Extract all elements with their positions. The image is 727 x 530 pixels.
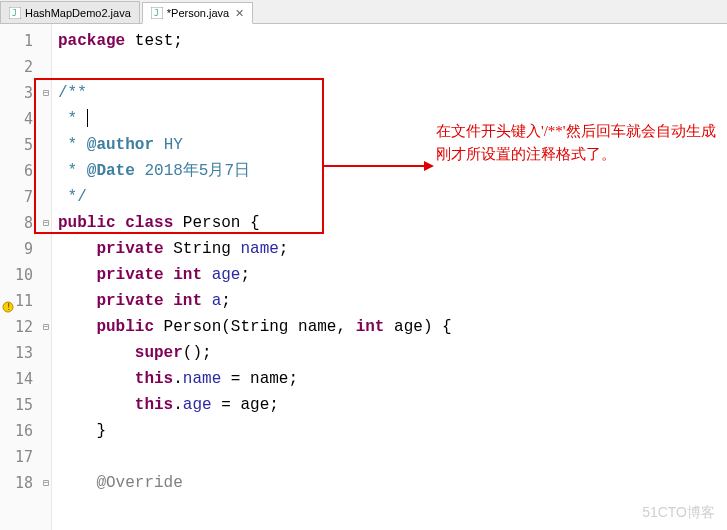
line-num: 9 bbox=[0, 236, 51, 262]
svg-text:J: J bbox=[12, 9, 17, 18]
code-line: private int a; bbox=[58, 288, 727, 314]
java-file-icon: J bbox=[9, 7, 21, 19]
code-line: /** bbox=[58, 80, 727, 106]
fold-icon[interactable]: ⊟ bbox=[39, 218, 49, 228]
line-num: 10 bbox=[0, 262, 51, 288]
code-line bbox=[58, 54, 727, 80]
annotation-text: 在文件开头键入'/**'然后回车就会自动生成刚才所设置的注释格式了。 bbox=[436, 120, 716, 165]
line-num: 4 bbox=[0, 106, 51, 132]
warning-icon[interactable]: ! bbox=[2, 295, 14, 307]
code-line: @Override bbox=[58, 470, 727, 496]
watermark: 51CTO博客 bbox=[642, 504, 715, 522]
close-icon[interactable]: ✕ bbox=[235, 7, 244, 20]
line-num: 3⊟ bbox=[0, 80, 51, 106]
line-gutter: 1 2 3⊟ 4 5 6 7 8⊟ 9 10 ! 11 12⊟ 13 14 15… bbox=[0, 24, 52, 530]
code-line: } bbox=[58, 418, 727, 444]
line-num: 2 bbox=[0, 54, 51, 80]
line-num: ! 11 bbox=[0, 288, 51, 314]
tab-hashmap[interactable]: J HashMapDemo2.java bbox=[0, 1, 140, 23]
line-num: 14 bbox=[0, 366, 51, 392]
tab-label: *Person.java bbox=[167, 7, 229, 19]
code-line: */ bbox=[58, 184, 727, 210]
line-num: 16 bbox=[0, 418, 51, 444]
line-num: 8⊟ bbox=[0, 210, 51, 236]
line-num: 17 bbox=[0, 444, 51, 470]
line-num: 5 bbox=[0, 132, 51, 158]
line-num: 15 bbox=[0, 392, 51, 418]
code-area[interactable]: package test; /** * * @author HY * @Date… bbox=[52, 24, 727, 530]
code-line: private String name; bbox=[58, 236, 727, 262]
tab-person[interactable]: J *Person.java ✕ bbox=[142, 2, 253, 24]
line-num: 12⊟ bbox=[0, 314, 51, 340]
line-num: 6 bbox=[0, 158, 51, 184]
text-cursor bbox=[87, 109, 88, 127]
svg-text:!: ! bbox=[6, 302, 11, 312]
code-line: super(); bbox=[58, 340, 727, 366]
fold-icon[interactable]: ⊟ bbox=[39, 322, 49, 332]
code-line: this.age = age; bbox=[58, 392, 727, 418]
code-line bbox=[58, 444, 727, 470]
code-line: public class Person { bbox=[58, 210, 727, 236]
line-num: 1 bbox=[0, 28, 51, 54]
line-num: 7 bbox=[0, 184, 51, 210]
java-file-icon: J bbox=[151, 7, 163, 19]
code-editor: 1 2 3⊟ 4 5 6 7 8⊟ 9 10 ! 11 12⊟ 13 14 15… bbox=[0, 24, 727, 530]
code-line: private int age; bbox=[58, 262, 727, 288]
fold-icon[interactable]: ⊟ bbox=[39, 478, 49, 488]
svg-text:J: J bbox=[154, 9, 159, 18]
code-line: this.name = name; bbox=[58, 366, 727, 392]
code-line: package test; bbox=[58, 28, 727, 54]
code-line: public Person(String name, int age) { bbox=[58, 314, 727, 340]
line-num: 13 bbox=[0, 340, 51, 366]
line-num: 18⊟ bbox=[0, 470, 51, 496]
tab-label: HashMapDemo2.java bbox=[25, 7, 131, 19]
editor-tabs: J HashMapDemo2.java J *Person.java ✕ bbox=[0, 0, 727, 24]
fold-icon[interactable]: ⊟ bbox=[39, 88, 49, 98]
